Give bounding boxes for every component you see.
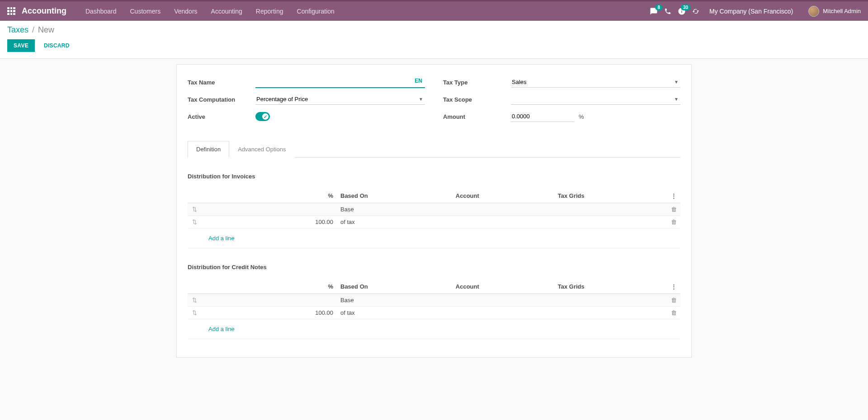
tax-name-input[interactable] [255,77,425,88]
distribution-invoices-title: Distribution for Invoices [188,173,680,180]
nav-right: 8 30 My Company (San Francisco) Mitchell… [650,6,861,17]
cell-percent[interactable] [201,294,337,307]
table-row[interactable]: ⇅ 100.00 of tax 🗑 [188,307,680,319]
cell-account[interactable] [452,203,554,216]
delete-row-icon[interactable]: 🗑 [667,307,680,319]
cell-based-on[interactable]: Base [337,203,452,216]
control-panel: Taxes / New SAVE DISCARD [0,21,868,59]
distribution-invoices: Distribution for Invoices % Based On Acc… [188,173,680,248]
col-account[interactable]: Account [452,280,554,294]
drag-handle-icon[interactable]: ⇅ [188,216,201,229]
menu-customers[interactable]: Customers [124,4,167,19]
app-brand[interactable]: Accounting [22,6,66,16]
col-account[interactable]: Account [452,189,554,203]
col-handle [188,280,201,294]
cell-tax-grids[interactable] [554,216,667,229]
add-line-link[interactable]: Add a line [191,231,677,245]
form-sheet: Tax Name EN Tax Computation ▼ Active [176,64,692,358]
col-options[interactable]: ⋮ [667,189,680,203]
active-label: Active [188,113,255,120]
menu-reporting[interactable]: Reporting [250,4,290,19]
debug-icon[interactable] [692,8,699,15]
col-based-on[interactable]: Based On [337,189,452,203]
user-name: Mitchell Admin [823,8,861,14]
col-percent[interactable]: % [201,280,337,294]
delete-row-icon[interactable]: 🗑 [667,294,680,307]
messages-icon[interactable]: 8 [650,7,658,15]
table-row[interactable]: ⇅ Base 🗑 [188,294,680,307]
tabs: Definition Advanced Options [188,140,680,158]
add-line-link[interactable]: Add a line [191,322,677,336]
lang-indicator[interactable]: EN [414,78,423,84]
form-scroll-area[interactable]: Tax Name EN Tax Computation ▼ Active [0,59,868,420]
breadcrumb-separator: / [32,25,34,35]
cell-percent[interactable] [201,203,337,216]
col-handle [188,189,201,203]
save-button[interactable]: SAVE [7,39,35,52]
delete-row-icon[interactable]: 🗑 [667,216,680,229]
cell-based-on[interactable]: of tax [337,216,452,229]
company-switcher[interactable]: My Company (San Francisco) [706,8,797,15]
cell-account[interactable] [452,294,554,307]
cell-based-on[interactable]: Base [337,294,452,307]
drag-handle-icon[interactable]: ⇅ [188,294,201,307]
cell-percent[interactable]: 100.00 [201,307,337,319]
col-tax-grids[interactable]: Tax Grids [554,280,667,294]
credit-table: % Based On Account Tax Grids ⋮ ⇅ Base 🗑 [188,280,680,339]
col-tax-grids[interactable]: Tax Grids [554,189,667,203]
phone-icon[interactable] [664,8,671,15]
action-buttons: SAVE DISCARD [7,39,861,52]
apps-icon[interactable] [7,7,15,15]
amount-unit: % [579,113,584,120]
tax-scope-label: Tax Scope [443,96,511,103]
cell-based-on[interactable]: of tax [337,307,452,319]
cell-tax-grids[interactable] [554,203,667,216]
tab-advanced-options[interactable]: Advanced Options [229,141,294,158]
cell-tax-grids[interactable] [554,307,667,319]
table-row[interactable]: ⇅ Base 🗑 [188,203,680,216]
menu-configuration[interactable]: Configuration [291,4,341,19]
delete-row-icon[interactable]: 🗑 [667,203,680,216]
col-percent[interactable]: % [201,189,337,203]
distribution-credit-notes: Distribution for Credit Notes % Based On… [188,264,680,339]
kebab-icon[interactable]: ⋮ [671,283,677,290]
drag-handle-icon[interactable]: ⇅ [188,307,201,319]
tax-type-label: Tax Type [443,79,511,86]
cell-account[interactable] [452,216,554,229]
tax-computation-label: Tax Computation [188,96,255,103]
amount-input[interactable] [511,111,574,122]
menu-accounting[interactable]: Accounting [205,4,249,19]
breadcrumb-parent[interactable]: Taxes [7,25,28,35]
active-toggle[interactable] [255,112,270,121]
cell-account[interactable] [452,307,554,319]
cell-percent[interactable]: 100.00 [201,216,337,229]
tab-definition[interactable]: Definition [188,141,229,158]
kebab-icon[interactable]: ⋮ [671,192,677,199]
table-row[interactable]: ⇅ 100.00 of tax 🗑 [188,216,680,229]
drag-handle-icon[interactable]: ⇅ [188,203,201,216]
col-based-on[interactable]: Based On [337,280,452,294]
tax-computation-select[interactable] [255,94,425,105]
cell-tax-grids[interactable] [554,294,667,307]
user-menu[interactable]: Mitchell Admin [803,6,861,17]
activities-badge: 30 [681,5,690,10]
tax-type-select[interactable] [511,77,680,88]
amount-label: Amount [443,113,511,120]
distribution-credit-title: Distribution for Credit Notes [188,264,680,271]
tax-scope-select[interactable] [511,94,680,105]
invoices-table: % Based On Account Tax Grids ⋮ ⇅ Base 🗑 [188,189,680,248]
breadcrumb-current: New [38,25,54,35]
top-navbar: Accounting Dashboard Customers Vendors A… [0,0,868,21]
menu-dashboard[interactable]: Dashboard [79,4,123,19]
nav-menu: Dashboard Customers Vendors Accounting R… [79,4,341,19]
messages-badge: 8 [655,5,662,10]
discard-button[interactable]: DISCARD [39,39,74,52]
col-options[interactable]: ⋮ [667,280,680,294]
tax-name-label: Tax Name [188,79,255,86]
menu-vendors[interactable]: Vendors [168,4,203,19]
avatar [808,6,819,17]
breadcrumb: Taxes / New [7,25,861,35]
activities-icon[interactable]: 30 [678,7,686,15]
